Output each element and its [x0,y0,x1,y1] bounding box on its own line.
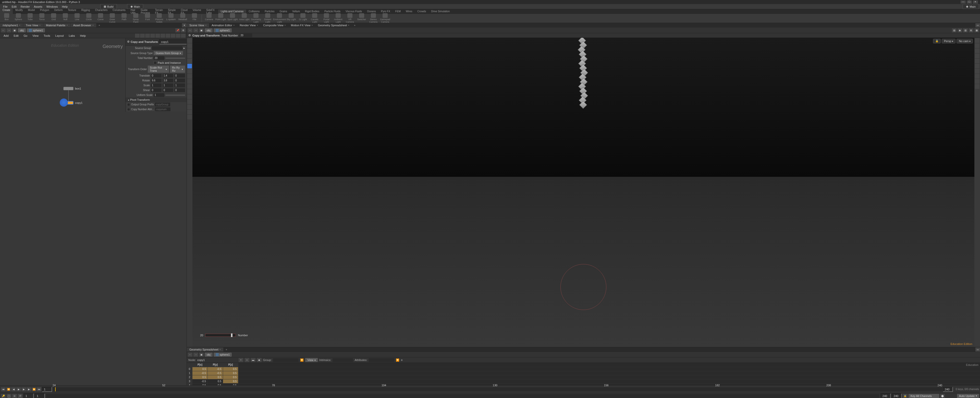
tab-render-view[interactable]: Render View× [237,23,261,27]
shelf-tab[interactable]: Viscous Fluids [343,10,364,13]
nav-fwd-icon[interactable]: → [193,353,198,357]
shelf-tool[interactable]: Line [72,13,83,23]
layout-menu[interactable]: Layout [53,34,66,38]
labs-menu[interactable]: Labs [66,34,78,38]
disp-opt4-icon[interactable] [975,54,980,58]
close-icon[interactable]: × [92,24,94,27]
total-number-field[interactable] [154,56,164,60]
snap3-icon[interactable] [187,94,192,99]
nav-back-icon[interactable]: ← [188,28,192,32]
autoupdate-select[interactable]: Auto Update ▾ [957,394,979,398]
shelf-tool[interactable]: Ambient Light [332,13,344,23]
tab-spreadsheet[interactable]: Geometry Spreadsheet× [187,347,223,352]
source-group-field[interactable] [152,46,183,50]
reselect-icon[interactable]: ▸ [183,46,185,50]
key-icon[interactable]: 🔑 [1,394,6,398]
shelf-tab[interactable]: Lights and Cameras [218,10,246,13]
shelf-tool[interactable]: Geometry Light [250,13,262,23]
shelf-tool[interactable]: File [189,13,200,23]
shelf-tool[interactable]: Curve [95,13,106,23]
view-menu[interactable]: View [30,34,41,38]
shz-field[interactable] [174,88,185,92]
handle-tool-icon[interactable] [187,64,192,68]
view-select[interactable]: View ▾ [305,358,318,362]
table-row[interactable]: 00.5-0.50.5 [187,367,980,371]
grid-icon[interactable] [145,34,150,38]
range-end2[interactable] [892,393,902,398]
camera-selector[interactable]: No cam ▾ [956,39,973,43]
next-key-button[interactable]: ⏩ [32,387,36,392]
arrow-tool-icon[interactable] [187,59,192,63]
shelf-tool[interactable]: Caustic Light [309,13,320,23]
uscale-slider[interactable] [165,95,185,96]
crumb-obj[interactable]: obj [18,28,26,32]
shelf-tab[interactable]: Particle Fluids [322,10,343,13]
rotate-tool-icon[interactable] [187,74,192,79]
cplane-icon[interactable] [187,105,192,109]
prim-tool-icon[interactable] [187,54,192,58]
filter2-icon[interactable]: 🔽 [396,358,399,362]
rz-field[interactable] [174,79,185,83]
shelf-tool[interactable]: Box [1,13,12,23]
disp-opt6-icon[interactable] [975,64,980,68]
node-copy1[interactable]: copy1 [63,101,83,105]
vtx-mode-icon[interactable]: ▪ [245,358,249,362]
disp-opt2-icon[interactable] [975,43,980,48]
rotate-gizmo[interactable] [560,264,606,310]
snap1-icon[interactable] [187,84,192,89]
flag3-icon[interactable] [165,34,170,38]
spreadsheet-table[interactable]: P[x] P[y] P[z] Education 00.5-0.50.51-0.… [187,363,980,385]
rx-field[interactable] [151,79,162,83]
opts-icon[interactable]: ≡ [401,358,402,361]
node-name-field[interactable] [159,39,186,45]
first-frame-button[interactable]: ⏮ [1,387,6,392]
keyall-select[interactable]: Key All Channels [908,394,939,398]
shelf-tool[interactable]: Spot Light [227,13,238,23]
disp-opt10-icon[interactable] [975,84,980,89]
shelf-tool[interactable]: Gamepad Camera [380,13,391,23]
tab-add[interactable]: + [352,23,358,27]
group-type-select[interactable]: Guess from Group ▾ [154,51,183,55]
copynum-checkbox[interactable] [127,108,130,111]
crumb-obj[interactable]: obj [205,353,213,357]
vp-icon1[interactable]: ▤ [952,28,956,32]
nav-back-icon[interactable]: ← [1,28,6,32]
table-row[interactable]: 20.50.50.5 [187,375,980,379]
tools-menu[interactable]: Tools [41,34,53,38]
intrinsics-field[interactable] [332,358,353,362]
tab-matpalette[interactable]: Material Palette× [43,23,70,27]
tab-composite[interactable]: Composite View× [261,23,288,27]
group-field[interactable] [273,358,299,362]
xform-order-select[interactable]: Scale Rot Trans ▾ [148,65,169,73]
disp-opt1-icon[interactable] [975,38,980,43]
disp-opt9-icon[interactable] [975,79,980,84]
shy-field[interactable] [162,88,173,92]
copynum-field[interactable] [155,107,170,111]
folder3-icon[interactable] [181,34,186,38]
shelf-tool[interactable]: Environment Light [274,13,285,23]
shelf-tab[interactable]: Oceans [364,10,378,13]
range-slider[interactable] [46,394,880,398]
vp-icon5[interactable]: ▦ [974,28,979,32]
ty-field[interactable] [162,74,173,78]
minimize-button[interactable]: — [961,0,966,3]
attrs-field[interactable] [369,358,394,362]
detail-mode-icon[interactable]: ◆ [257,358,262,362]
table-row[interactable]: 1-0.5-0.50.5 [187,371,980,375]
help-menu[interactable]: Help [77,34,88,38]
opt1-icon[interactable]: ◯ [6,394,11,398]
shelf-tool[interactable]: Metaball [177,13,188,23]
shelf-tab[interactable]: Vellum [290,10,302,13]
playhead[interactable] [55,387,56,392]
vp-icon4[interactable]: ⊞ [969,28,974,32]
flag-icon[interactable] [156,34,160,38]
play-back-button[interactable]: ▶ [16,387,21,392]
shelf-tab[interactable]: Drive Simulation [428,10,452,13]
render-icon[interactable] [187,110,192,114]
prev-frame-button[interactable]: ◀ [11,387,16,392]
point-mode-icon[interactable]: • [239,358,243,362]
maximize-pane-icon[interactable]: ▭ [975,23,980,27]
inspect-icon[interactable] [187,115,192,119]
current-frame-field[interactable] [42,387,52,392]
pane-menu-icon[interactable]: ▾ [182,23,186,27]
